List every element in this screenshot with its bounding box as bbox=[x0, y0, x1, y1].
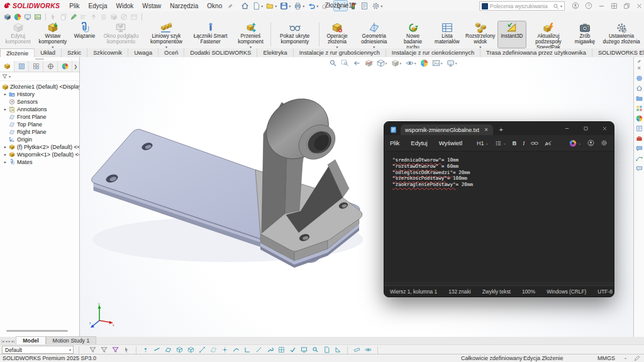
ribbon-tab-szkicownik[interactable]: Szkicownik bbox=[87, 48, 128, 57]
rozstrzelony-widok-button[interactable]: Rozstrzelony widok▾ bbox=[462, 21, 498, 48]
geometria-odniesienia-button[interactable]: Geometria odniesienia▾ bbox=[354, 21, 394, 48]
pin-icon[interactable] bbox=[228, 3, 233, 9]
print-icon[interactable]: ▾ bbox=[292, 1, 306, 11]
lista-materiałów-button[interactable]: Lista materiałów bbox=[431, 21, 462, 48]
tree-item-origin[interactable]: Origin bbox=[0, 136, 79, 143]
section-view-icon[interactable] bbox=[365, 59, 373, 67]
close-icon[interactable] bbox=[636, 3, 643, 9]
sw-resources-icon[interactable] bbox=[636, 75, 643, 82]
filter-funnel-icon[interactable] bbox=[101, 346, 108, 353]
sketch-blocks-icon[interactable] bbox=[636, 155, 643, 162]
ribbon-tab-oce-[interactable]: Oceń bbox=[158, 48, 184, 57]
ribbon-tab-z-o-enie[interactable]: Złożenie bbox=[0, 48, 35, 58]
filter-vertex-icon[interactable]: T bbox=[142, 346, 149, 353]
toolbox-icon[interactable] bbox=[636, 135, 643, 142]
mini-window-icon[interactable] bbox=[130, 13, 138, 21]
mini-align-icon[interactable] bbox=[80, 13, 87, 21]
expand-arrow-icon[interactable]: ▸ bbox=[3, 160, 8, 165]
chat-icon[interactable] bbox=[636, 165, 643, 172]
ribbon-tab-trasa-zdefiniowana-przez-u-ytkownika[interactable]: Trasa zdefiniowana przez użytkownika bbox=[480, 48, 592, 57]
save-icon[interactable]: ▾ bbox=[279, 1, 292, 11]
panel-tabs-overflow-icon[interactable]: ❯ bbox=[72, 61, 79, 72]
filter-mag-icon[interactable] bbox=[312, 346, 319, 353]
expand-arrow-icon[interactable]: ▸ bbox=[3, 152, 8, 157]
undo-icon[interactable]: ▾ bbox=[306, 1, 319, 11]
mini-capture-icon[interactable] bbox=[24, 13, 31, 21]
view-settings-icon[interactable]: ▾ bbox=[447, 59, 457, 67]
filter-angle-icon[interactable] bbox=[335, 346, 341, 353]
filter-wrench-icon[interactable] bbox=[267, 346, 274, 353]
zoom-area-icon[interactable] bbox=[341, 59, 349, 67]
filter-curve-icon[interactable] bbox=[233, 346, 240, 353]
nowe-badanie-ruchu-button[interactable]: Nowe badanie ruchu bbox=[394, 21, 432, 48]
menu-okno[interactable]: Okno bbox=[203, 3, 226, 9]
tree-item-top-plane[interactable]: Top Plane bbox=[0, 121, 79, 128]
account-icon[interactable] bbox=[572, 2, 579, 9]
filter-funnel-icon[interactable] bbox=[112, 346, 119, 353]
ribbon-tab-solidworks-electrical-3d[interactable]: SOLIDWORKS Electrical 3D bbox=[592, 48, 644, 57]
mini-list-icon[interactable] bbox=[100, 13, 108, 21]
wiązanie-button[interactable]: Wiązanie bbox=[70, 21, 98, 48]
filter-line-icon[interactable] bbox=[199, 346, 206, 353]
filter-cube-icon[interactable] bbox=[187, 346, 194, 353]
panel-tab-configuration-manager[interactable] bbox=[29, 61, 43, 72]
previous-view-icon[interactable] bbox=[353, 59, 361, 67]
filter-cube-icon[interactable] bbox=[176, 346, 183, 353]
grid-icon[interactable] bbox=[611, 3, 618, 9]
panel-tab-dimxpert-manager[interactable] bbox=[43, 61, 58, 72]
configuration-dropdown[interactable]: Default ▾ bbox=[2, 346, 74, 354]
menu-narzędzia[interactable]: Narzędzia bbox=[165, 3, 203, 9]
mini-select-icon[interactable] bbox=[50, 13, 57, 21]
instant3d-button[interactable]: Instant3D bbox=[498, 21, 526, 48]
search-caret-icon[interactable]: ▾ bbox=[560, 4, 562, 8]
file-props-icon[interactable] bbox=[359, 1, 370, 11]
notepad-menu-edytuj[interactable]: Edytuj bbox=[405, 140, 433, 146]
filter-cursor-icon[interactable] bbox=[123, 346, 130, 353]
notepad-window[interactable]: wspornik-zmienneGlobalne.txt ✕ + PlikEdy… bbox=[384, 121, 614, 297]
menu-edycja[interactable]: Edycja bbox=[84, 3, 111, 9]
mini-noentry-icon[interactable] bbox=[120, 13, 128, 21]
tree-filter-row[interactable]: ▾ bbox=[0, 72, 79, 81]
ribbon-tab-dodatki-solidworks[interactable]: Dodatki SOLIDWORKS bbox=[184, 48, 257, 57]
forum-icon[interactable] bbox=[636, 145, 643, 152]
custom-properties-icon[interactable] bbox=[636, 125, 643, 132]
menu-widok[interactable]: Widok bbox=[111, 3, 138, 9]
tree-item-front-plane[interactable]: Front Plane bbox=[0, 113, 79, 121]
new-doc-icon[interactable]: ▾ bbox=[251, 1, 264, 11]
wstaw-komponenty-button[interactable]: Wstaw komponenty▾ bbox=[35, 21, 70, 48]
taskpane-pin-icon[interactable] bbox=[637, 59, 641, 63]
filter-screen-icon[interactable] bbox=[301, 346, 308, 353]
liniowy-szyk-komponentów-button[interactable]: Liniowy szyk komponentów▾ bbox=[143, 21, 189, 48]
file-explorer-icon[interactable] bbox=[636, 95, 643, 102]
mini-annotate-icon[interactable] bbox=[70, 13, 77, 21]
mini-view-icon[interactable] bbox=[4, 13, 11, 21]
command-search[interactable]: Polecenia wyszukiwania ▾ bbox=[479, 1, 565, 11]
filter-caret-icon[interactable]: ▾ bbox=[9, 74, 11, 79]
filter-point-icon[interactable] bbox=[221, 346, 228, 353]
ribbon-tab-uwaga[interactable]: Uwaga bbox=[128, 48, 158, 57]
tree-item-wspornik-1-default-defau[interactable]: ▸Wspornik<1> (Default) <<Default>_ bbox=[0, 151, 79, 158]
pokaż-ukryte-komponenty-button[interactable]: Pokaż ukryte komponenty bbox=[272, 21, 318, 48]
apply-scene-icon[interactable]: ▾ bbox=[432, 59, 443, 67]
filter-doc-icon[interactable] bbox=[323, 346, 330, 353]
expand-arrow-icon[interactable]: ▸ bbox=[3, 107, 8, 112]
notepad-close-icon[interactable] bbox=[595, 122, 614, 135]
italic-button[interactable]: I bbox=[523, 140, 525, 146]
filter-check-icon[interactable] bbox=[289, 346, 296, 353]
tree-scrollbar[interactable] bbox=[6, 330, 68, 332]
doc-tab-model[interactable]: Model bbox=[16, 336, 45, 344]
panel-tab-property-manager[interactable] bbox=[14, 61, 29, 72]
view-palette-icon[interactable] bbox=[636, 105, 643, 112]
operacje-złożenia-button[interactable]: Operacje złożenia▾ bbox=[320, 21, 353, 48]
units-badge[interactable]: MMGS bbox=[597, 355, 615, 361]
panel-tab-features-manager[interactable] bbox=[0, 61, 14, 72]
link-icon[interactable] bbox=[531, 140, 538, 146]
filter-plane-icon[interactable] bbox=[210, 346, 217, 353]
bold-button[interactable]: B bbox=[513, 140, 517, 146]
cad-model[interactable] bbox=[86, 92, 382, 280]
tab-close-icon[interactable]: ✕ bbox=[484, 127, 489, 133]
mini-appearance-icon[interactable] bbox=[14, 13, 21, 21]
cascade-icon[interactable] bbox=[623, 3, 630, 9]
clear-formatting-icon[interactable]: Ab bbox=[545, 140, 552, 146]
notepad-titlebar[interactable]: wspornik-zmienneGlobalne.txt ✕ + bbox=[384, 122, 614, 135]
